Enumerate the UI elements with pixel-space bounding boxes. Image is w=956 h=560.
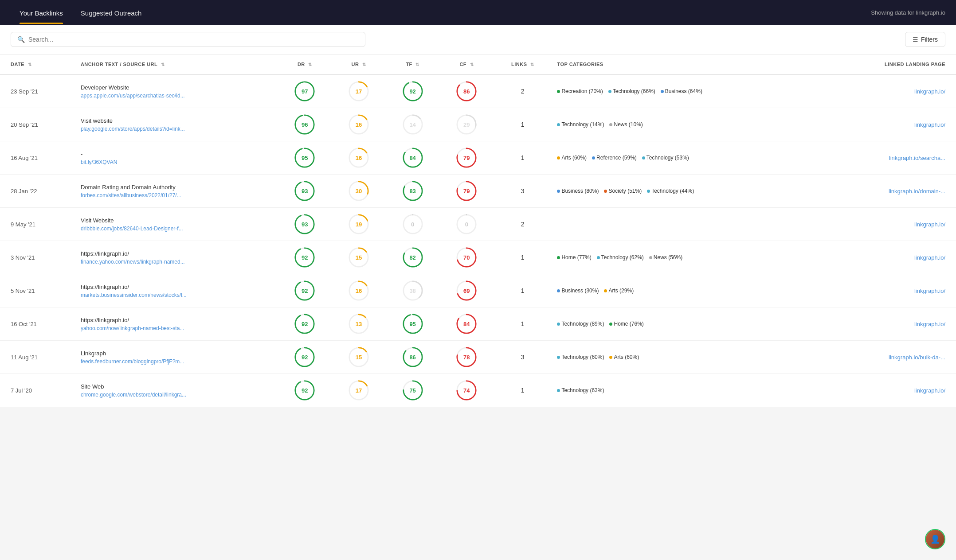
metric-circle: 83 bbox=[403, 181, 423, 201]
metric-circle-wrap: 74 bbox=[445, 380, 488, 401]
category-dot bbox=[557, 156, 560, 159]
cell-landing: linkgraph.io/ bbox=[823, 108, 956, 141]
cell-date: 7 Jul '20 bbox=[0, 374, 75, 407]
cell-dr: 95 bbox=[278, 141, 332, 175]
search-input[interactable] bbox=[28, 36, 359, 43]
metric-circle-wrap: 69 bbox=[445, 280, 488, 301]
landing-page-link[interactable]: linkgraph.io/ bbox=[914, 387, 945, 394]
landing-page-link[interactable]: linkgraph.io/ bbox=[914, 288, 945, 294]
source-url[interactable]: yahoo.com/now/linkgraph-named-best-sta..… bbox=[81, 325, 184, 331]
category-dot bbox=[592, 156, 595, 159]
landing-page-link[interactable]: linkgraph.io/bulk-da-... bbox=[889, 354, 945, 361]
cell-dr: 92 bbox=[278, 307, 332, 341]
source-url[interactable]: bit.ly/36XQVAN bbox=[81, 159, 117, 165]
metric-circle: 0 bbox=[403, 214, 423, 234]
cell-dr: 93 bbox=[278, 208, 332, 241]
links-value: 1 bbox=[521, 121, 525, 128]
category-dot bbox=[609, 356, 612, 359]
source-url[interactable]: apps.apple.com/us/app/searchatlas-seo/id… bbox=[81, 93, 185, 99]
metric-value: 15 bbox=[356, 354, 362, 361]
metric-circle: 17 bbox=[349, 380, 369, 401]
metric-value: 92 bbox=[302, 354, 308, 361]
category-dot bbox=[649, 256, 652, 259]
cell-dr: 92 bbox=[278, 374, 332, 407]
metric-circle: 92 bbox=[294, 247, 315, 268]
metric-circle-wrap: 97 bbox=[283, 81, 327, 101]
source-url[interactable]: play.google.com/store/apps/details?id=li… bbox=[81, 126, 185, 132]
category-label: Technology (62%) bbox=[601, 254, 644, 261]
metric-circle-wrap: 16 bbox=[337, 280, 380, 301]
category-item: Business (64%) bbox=[661, 88, 702, 94]
cell-landing: linkgraph.io/bulk-da-... bbox=[823, 341, 956, 374]
cell-dr: 93 bbox=[278, 175, 332, 208]
metric-value: 92 bbox=[302, 254, 308, 261]
cell-tf: 38 bbox=[386, 274, 440, 307]
landing-page-link[interactable]: linkgraph.io/domain-... bbox=[889, 188, 945, 194]
cell-categories: Arts (60%) Reference (59%) Technology (5… bbox=[552, 141, 823, 175]
metric-circle-wrap: 95 bbox=[283, 148, 327, 168]
data-table-wrap: DATE ⇅ ANCHOR TEXT / SOURCE URL ⇅ DR ⇅ U… bbox=[0, 54, 956, 407]
col-landing: LINKED LANDING PAGE bbox=[823, 54, 956, 74]
source-url[interactable]: markets.businessinsider.com/news/stocks/… bbox=[81, 292, 187, 298]
table-row: 28 Jan '22 Domain Rating and Domain Auth… bbox=[0, 175, 956, 208]
metric-circle-wrap: 75 bbox=[391, 380, 435, 401]
sort-icon-dr: ⇅ bbox=[308, 62, 312, 67]
cell-ur: 15 bbox=[332, 241, 386, 274]
metric-circle: 78 bbox=[456, 347, 477, 367]
landing-page-link[interactable]: linkgraph.io/ bbox=[914, 121, 945, 128]
col-ur[interactable]: UR ⇅ bbox=[332, 54, 386, 74]
cell-tf: 83 bbox=[386, 175, 440, 208]
metric-circle: 30 bbox=[349, 181, 369, 201]
col-dr[interactable]: DR ⇅ bbox=[278, 54, 332, 74]
cell-cf: 79 bbox=[439, 141, 494, 175]
metric-circle-wrap: 14 bbox=[391, 114, 435, 135]
filters-button[interactable]: ☰ Filters bbox=[905, 32, 945, 47]
col-anchor[interactable]: ANCHOR TEXT / SOURCE URL ⇅ bbox=[75, 54, 278, 74]
metric-value: 92 bbox=[409, 88, 415, 95]
category-dot bbox=[604, 289, 607, 292]
col-date[interactable]: DATE ⇅ bbox=[0, 54, 75, 74]
cell-tf: 86 bbox=[386, 341, 440, 374]
source-url[interactable]: dribbble.com/jobs/82640-Lead-Designer-f.… bbox=[81, 226, 183, 232]
cell-categories: Recreation (70%) Technology (66%) Busine… bbox=[552, 74, 823, 108]
landing-page-link[interactable]: linkgraph.io/ bbox=[914, 221, 945, 228]
metric-circle-wrap: 78 bbox=[445, 347, 488, 367]
col-tf[interactable]: TF ⇅ bbox=[386, 54, 440, 74]
cell-dr: 92 bbox=[278, 341, 332, 374]
col-links[interactable]: LINKS ⇅ bbox=[494, 54, 552, 74]
metric-circle-wrap: 15 bbox=[337, 247, 380, 268]
cell-links: 3 bbox=[494, 175, 552, 208]
landing-page-link[interactable]: linkgraph.io/searcha... bbox=[889, 155, 945, 161]
categories-list: Business (30%) Arts (29%) bbox=[557, 288, 817, 294]
metric-circle: 69 bbox=[456, 280, 477, 301]
metric-circle: 92 bbox=[403, 81, 423, 101]
metric-value: 96 bbox=[302, 121, 308, 128]
source-url[interactable]: forbes.com/sites/allbusiness/2022/01/27/… bbox=[81, 192, 181, 198]
metric-circle: 93 bbox=[294, 181, 315, 201]
source-url[interactable]: chrome.google.com/webstore/detail/linkgr… bbox=[81, 392, 186, 398]
cell-landing: linkgraph.io/searcha... bbox=[823, 141, 956, 175]
landing-page-link[interactable]: linkgraph.io/ bbox=[914, 254, 945, 261]
landing-page-link[interactable]: linkgraph.io/ bbox=[914, 88, 945, 95]
metric-value: 16 bbox=[356, 121, 362, 128]
landing-page-link[interactable]: linkgraph.io/ bbox=[914, 321, 945, 327]
toolbar: 🔍 ☰ Filters bbox=[0, 25, 956, 54]
cell-cf: 0 bbox=[439, 208, 494, 241]
metric-circle-wrap: 95 bbox=[391, 314, 435, 334]
source-url[interactable]: feeds.feedburner.com/bloggingpro/PfjF?m.… bbox=[81, 358, 184, 365]
metric-circle: 84 bbox=[456, 314, 477, 334]
metric-circle: 16 bbox=[349, 148, 369, 168]
metric-value: 13 bbox=[356, 321, 362, 327]
navigation: Your Backlinks Suggested Outreach Showin… bbox=[0, 0, 956, 25]
table-row: 5 Nov '21 https://linkgraph.io/ markets.… bbox=[0, 274, 956, 307]
cell-ur: 30 bbox=[332, 175, 386, 208]
metric-circle: 96 bbox=[294, 114, 315, 135]
tab-suggested-outreach[interactable]: Suggested Outreach bbox=[72, 1, 151, 24]
col-cf[interactable]: CF ⇅ bbox=[439, 54, 494, 74]
categories-list: Recreation (70%) Technology (66%) Busine… bbox=[557, 88, 817, 94]
metric-value: 0 bbox=[465, 221, 468, 228]
tab-your-backlinks[interactable]: Your Backlinks bbox=[11, 1, 72, 24]
cell-dr: 97 bbox=[278, 74, 332, 108]
source-url[interactable]: finance.yahoo.com/news/linkgraph-named..… bbox=[81, 259, 185, 265]
cell-anchor: Domain Rating and Domain Authority forbe… bbox=[75, 175, 278, 208]
